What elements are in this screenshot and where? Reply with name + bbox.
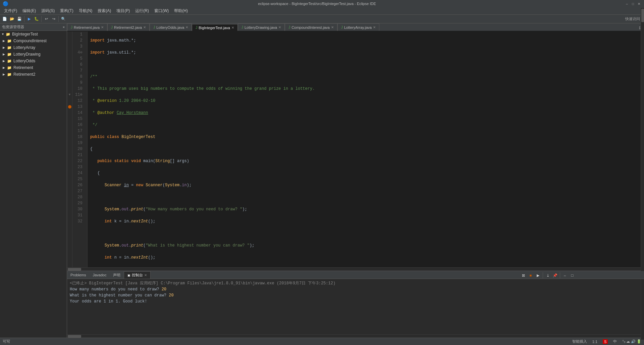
line-num-20: 20 [75, 146, 85, 152]
scrollbar-v[interactable] [641, 31, 644, 267]
bottom-tab-declaration[interactable]: 声明 [110, 271, 124, 279]
console-scroll[interactable]: ⤓ [544, 272, 551, 279]
menu-item-t[interactable]: 重构(T) [57, 7, 76, 15]
gutter-row-7 [67, 68, 72, 74]
maximize-button[interactable]: □ [631, 1, 635, 6]
line-num-29: 29 [75, 200, 85, 206]
code-line-2: import java.util.*; [90, 50, 641, 56]
menu-item-a[interactable]: 搜索(A) [95, 7, 114, 15]
open-button[interactable]: 📂 [9, 16, 15, 22]
bottom-tab-console-close[interactable]: ✕ [144, 273, 147, 277]
toolbar-sep-2 [41, 16, 42, 22]
tab-retirement2[interactable]: J Retirement2.java ✕ [107, 23, 150, 31]
tab-lotteryarray[interactable]: J LotteryArray.java ✕ [337, 23, 379, 31]
bottom-tab-problems[interactable]: Problems [67, 271, 89, 279]
search-button[interactable]: 🔍 [60, 16, 67, 22]
fold-arrow-11[interactable]: ▼ [69, 93, 70, 96]
console-scrollbar-h[interactable] [67, 334, 644, 338]
line-num-13: 13 [75, 104, 85, 110]
bottom-tab-console-label: 控制台 [132, 273, 143, 278]
bottom-tab-problems-label: Problems [70, 273, 86, 277]
line-num-1: 1 [75, 31, 85, 38]
sidebar-item-bigintegertest[interactable]: ▼ 📁 BigIntegerTest [0, 31, 67, 38]
tab-bigintegertest[interactable]: J BigIntegerTest.java ✕ [192, 24, 238, 31]
console-clear[interactable]: ⊠ [520, 272, 527, 279]
tab-close[interactable]: ✕ [143, 25, 146, 29]
menu-item-n[interactable]: 导航(N) [76, 7, 95, 15]
code-editor[interactable]: ▼ [67, 31, 644, 267]
bottom-sep-2 [560, 272, 560, 278]
gutter: ▼ [67, 31, 72, 267]
sidebar-item-retirement2[interactable]: ▶ 📁 Retirement2 [0, 71, 67, 78]
gutter-row-4 [67, 50, 72, 56]
console-relaunch[interactable]: ▶ [535, 272, 541, 279]
project-icon: 📁 [7, 45, 12, 50]
run-button[interactable]: ▶ [26, 16, 33, 22]
menu-item-w[interactable]: 窗口(W) [152, 7, 171, 15]
tree-arrow: ▶ [3, 53, 7, 56]
save-button[interactable]: 💾 [16, 16, 23, 22]
project-icon: 📁 [7, 58, 12, 64]
tab-close[interactable]: ✕ [101, 25, 104, 29]
tab-icon: J [196, 26, 197, 29]
line-num-7: 7 [75, 68, 85, 74]
console-stop[interactable]: ■ [527, 272, 534, 279]
tab-retirement[interactable]: J Retirement.java ✕ [67, 23, 107, 31]
sidebar-item-retirement[interactable]: ▶ 📁 Retirement [0, 64, 67, 71]
console-value-2: 20 [169, 293, 173, 298]
sidebar-header: 包资源管理器 ✕ [0, 23, 67, 31]
menu-item-f[interactable]: 文件(F) [1, 7, 20, 15]
scrollbar-h-thumb[interactable] [68, 268, 81, 271]
code-line-14 [90, 194, 641, 200]
redo-button[interactable]: ↪ [50, 16, 57, 22]
scrollbar-h-wrapper [67, 267, 644, 271]
gutter-row-21 [67, 152, 72, 158]
quick-access[interactable]: 快速访问 [623, 16, 643, 22]
sidebar-item-lotterydrawing[interactable]: ▶ 📁 LotteryDrawing [0, 51, 67, 58]
gutter-row-3 [67, 44, 72, 50]
tab-icon: J [241, 25, 243, 29]
bottom-tab-console[interactable]: ▣ 控制台 ✕ [124, 271, 151, 279]
debug-button[interactable]: 🐛 [33, 16, 40, 22]
new-button[interactable]: 📄 [1, 16, 8, 22]
menu-item-s[interactable]: 源码(S) [39, 7, 57, 15]
gutter-row-28 [67, 194, 72, 200]
tab-close[interactable]: ✕ [231, 26, 234, 29]
code-line-5: * This program uses big numbers to compu… [90, 86, 641, 92]
tab-lotteryodds[interactable]: J LotteryOdds.java ✕ [150, 23, 192, 31]
sidebar-item-lotteryodds[interactable]: ▶ 📁 LotteryOdds [0, 58, 67, 64]
console-scrollbar-thumb[interactable] [68, 335, 81, 338]
bottom-tab-javadoc[interactable]: Javadoc [89, 271, 110, 279]
menu-item-e[interactable]: 编辑(E) [20, 7, 39, 15]
console-value-1: 20 [162, 287, 166, 292]
bottom-minimize[interactable]: – [561, 272, 568, 279]
line-num-8: 8 [75, 74, 85, 80]
sidebar-item-lotteryarray[interactable]: ▶ 📁 LotteryArray [0, 44, 67, 51]
tab-close[interactable]: ✕ [331, 25, 334, 29]
sidebar-item-compoundinterest[interactable]: ▶ 📁 CompoundInterest [0, 38, 67, 44]
sidebar-close[interactable]: ✕ [63, 25, 65, 29]
tab-compoundinterest[interactable]: J CompoundInterest.java ✕ [285, 23, 337, 31]
close-button[interactable]: ✕ [637, 1, 641, 6]
menu-item-p[interactable]: 项目(P) [114, 7, 132, 15]
breakpoint-13[interactable] [68, 105, 71, 109]
bottom-maximize[interactable]: □ [569, 272, 576, 279]
tab-close[interactable]: ✕ [373, 25, 376, 29]
tab-close[interactable]: ✕ [278, 25, 281, 29]
tab-close[interactable]: ✕ [185, 25, 188, 29]
line-num-15: 15 [75, 116, 85, 122]
tab-lotterydrawing[interactable]: J LotteryDrawing.java ✕ [238, 23, 285, 31]
code-content[interactable]: import java.math.*; import java.util.*; … [88, 31, 644, 267]
tree-arrow: ▶ [3, 73, 7, 76]
menu-item-h[interactable]: 帮助(H) [171, 7, 191, 15]
console-content[interactable]: <已终止> BigIntegerTest [Java 应用程序] C:\Prog… [67, 279, 644, 334]
line-num-28: 28 [75, 194, 85, 200]
undo-button[interactable]: ↩ [43, 16, 50, 22]
tree-label: LotteryOdds [13, 59, 35, 63]
tab-icon: J [341, 25, 343, 29]
code-line-7: * @author Cay Horstmann [90, 110, 641, 116]
line-num-17: 17 [75, 128, 85, 134]
menu-item-r[interactable]: 运行(R) [132, 7, 152, 15]
console-pin[interactable]: 📌 [552, 272, 558, 279]
minimize-button[interactable]: – [625, 1, 629, 6]
